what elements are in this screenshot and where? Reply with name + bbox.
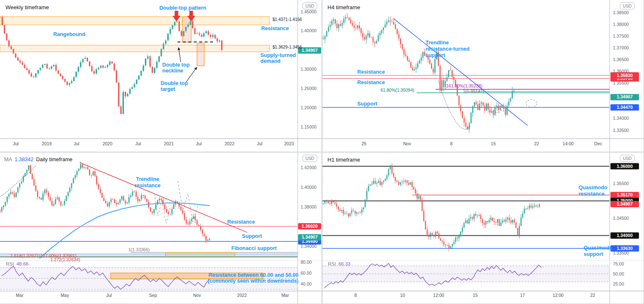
h1-price-axis[interactable] [610,152,644,304]
time-label: 2023 [284,141,294,146]
price-label-text: 1.33630 [617,246,633,251]
price-tick: 1.40000 [301,185,317,190]
time-label: 12:00 [553,293,564,298]
price-tick: 1.30000 [301,67,317,72]
price-tick: 1.20000 [301,105,317,110]
panel-daily: 80.0060.0040.00RSI48.66Resistance betwee… [0,152,322,304]
price-label-text: 1.35830 [617,73,633,78]
annotation-text: Support [357,101,378,107]
price-tick: 1.15000 [301,124,317,129]
time-label: 8 [354,293,357,298]
price-tick: 1.36500 [613,57,629,62]
annotation-text: $1.3629-1.3456 [273,45,302,49]
time-label: 22 [534,141,539,146]
moving-average-line [40,203,210,258]
time-label: Mar [16,293,24,298]
annotation-text: Resistance [261,26,289,31]
annotation-text: Double-top pattern [159,5,206,11]
h1-time-axis[interactable] [322,291,610,304]
time-label: 15 [473,293,478,298]
panel-title: Weekly timeframe [5,4,49,10]
candlestick-series [323,163,540,252]
candlestick-series [0,162,210,243]
annotation-text: 61.80%(1.35094) [380,88,414,93]
time-label: 2022 [225,141,235,146]
h4-chart-surface[interactable]: 25Nov8152214:00Dec1.385001.380001.375001… [322,0,644,152]
annotation-text: Quasimodo [579,185,608,191]
panel-h4: H4 timeframe 25Nov8152214:00Dec1.385001.… [322,0,644,152]
annotation-text: $1.4371-1.4156 [273,17,302,22]
annotation-text: 161.80%(1.35238) [446,83,482,88]
annotation-text: Trendline [426,40,449,46]
price-tick: 1.45000 [301,9,317,14]
price-label-text: 1.35170 [617,192,633,197]
annotation-text: Resistance [357,80,385,85]
pattern-measure-box [197,43,204,66]
time-label: Jul [13,141,18,146]
h1-chart-surface[interactable]: 75.0050.0025.00RSI66.3381012:00151712:00… [322,152,644,304]
time-label: 10 [400,293,405,298]
weekly-chart-surface[interactable]: Jul2019Jul2020Jul2021Jul2022Jul20231.450… [0,0,322,152]
price-tick: 1.25000 [301,86,317,91]
price-tick: 1.38000 [301,204,317,209]
price-label-text: 1.36020 [302,224,318,229]
candlestick-series [323,13,514,133]
annotation-text: 1(1.35147) [463,89,484,94]
annotation-text: resistance-turned [426,46,470,52]
daily-chart-surface[interactable]: 80.0060.0040.00RSI48.66Resistance betwee… [0,152,322,304]
price-tick: 1.40000 [301,28,317,33]
price-tick: 1.38000 [613,22,629,27]
supply-demand-zone [0,45,270,52]
annotation-text: support [426,52,445,58]
panel-title: H4 timeframe [327,4,360,10]
pattern-measure-box [182,17,191,42]
annotation-text: Resistance between 60.00 and 50.00 [208,272,299,278]
annotation-text: Supply-turned [260,52,296,58]
price-tick: 1.33500 [613,128,629,133]
supply-demand-zone [0,17,270,25]
panel-weekly: Weekly timeframe Jul2019Jul2020Jul2021Ju… [0,0,322,152]
annotation-text: support [584,251,603,257]
rsi-legend: RSI66.33 [328,261,351,266]
time-label: Nov [403,141,411,146]
price-label-text: 1.34907 [617,201,633,206]
time-label: 2020 [103,141,113,146]
price-label-text: 1.34907 [617,94,633,99]
time-label: Jul [74,141,79,146]
fibonacci-zone-box [166,252,235,258]
price-tick: 1.35500 [613,181,629,186]
price-label-text: 1.34907 [302,48,318,53]
price-label-text: 1.34470 [617,105,633,110]
time-label: Jul [257,141,262,146]
annotation-text: neckline [162,68,183,74]
time-label: Sep [149,293,157,298]
trendline[interactable] [80,162,247,232]
price-tick: 1.37500 [613,33,629,39]
time-label: 22 [590,293,595,298]
sketch-zigzag [178,181,198,222]
time-label: 2021 [164,141,174,146]
time-label: Jul [106,293,112,298]
time-label: 2022 [237,293,247,298]
time-label: 14:00 [563,141,574,146]
price-label-text: 1.34907 [302,234,318,240]
time-label: 12:00 [433,293,444,298]
time-label: Jul [196,141,202,146]
annotation-text: Fibonacci support [231,245,277,251]
annotation-text: Quasimodo [584,245,613,251]
annotation-text: demand [260,58,280,64]
annotation-text: resistance [579,191,605,197]
currency-badge-text: USD [305,156,314,161]
annotation-text: (commonly seen within downtrends) [208,278,299,284]
currency-badge-text: USD [305,4,314,8]
panel-h1: H1 timeframe 75.0050.0025.00RSI66.338101… [322,152,644,304]
annotation-text: resistance [135,183,161,188]
ma-legend: MA1.38342Daily timeframe [4,157,73,162]
price-tick: 1.37000 [613,45,629,50]
time-label: Dec [594,141,602,146]
annotation-text: Support [242,233,262,239]
annotation-pointer-arrow [186,67,197,82]
annotation-text: Rangebound [53,31,85,37]
price-label-text: 1.34000 [617,233,633,238]
sketch-zigzag [154,193,170,224]
